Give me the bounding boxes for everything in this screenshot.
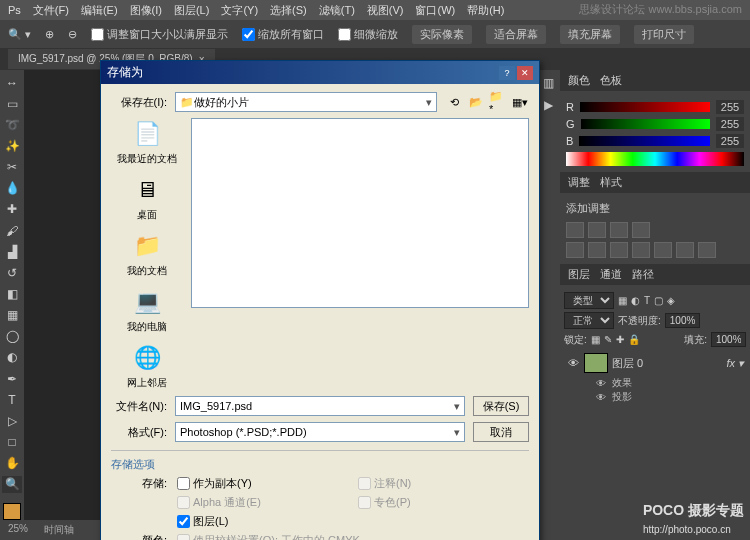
menu-filter[interactable]: 滤镜(T) xyxy=(319,3,355,18)
type-tool[interactable]: T xyxy=(2,391,22,408)
new-folder-icon[interactable]: 📁* xyxy=(489,93,507,111)
hand-tool[interactable]: ✋ xyxy=(2,455,22,472)
fx-badge[interactable]: fx ▾ xyxy=(726,357,744,370)
layer-filter-kind[interactable]: 类型 xyxy=(564,292,614,309)
tab-layers[interactable]: 图层 xyxy=(568,267,590,282)
history-icon[interactable]: ▥ xyxy=(538,74,558,92)
zoom-tool[interactable]: 🔍 xyxy=(2,476,22,493)
play-icon[interactable]: ▶ xyxy=(538,96,558,114)
filter-adjust-icon[interactable]: ◐ xyxy=(631,295,640,306)
pen-tool[interactable]: ✒ xyxy=(2,370,22,387)
menu-view[interactable]: 视图(V) xyxy=(367,3,404,18)
menu-window[interactable]: 窗口(W) xyxy=(415,3,455,18)
g-slider[interactable] xyxy=(581,119,710,129)
b-slider[interactable] xyxy=(579,136,710,146)
back-icon[interactable]: ⟲ xyxy=(445,93,463,111)
cancel-button[interactable]: 取消 xyxy=(473,422,529,442)
r-value[interactable]: 255 xyxy=(716,100,744,114)
g-value[interactable]: 255 xyxy=(716,117,744,131)
btn-actual-pixels[interactable]: 实际像素 xyxy=(412,25,472,44)
brush-tool[interactable]: 🖌 xyxy=(2,222,22,239)
place-recent[interactable]: 📄我最近的文档 xyxy=(111,118,183,166)
opt-zoom-all[interactable]: 缩放所有窗口 xyxy=(242,27,324,42)
tab-styles[interactable]: 样式 xyxy=(600,175,622,190)
dodge-tool[interactable]: ◐ xyxy=(2,349,22,366)
gradient-tool[interactable]: ▦ xyxy=(2,307,22,324)
r-slider[interactable] xyxy=(580,102,710,112)
lock-all-icon[interactable]: 🔒 xyxy=(628,334,640,345)
blend-mode-select[interactable]: 正常 xyxy=(564,312,614,329)
place-computer[interactable]: 💻我的电脑 xyxy=(111,286,183,334)
btn-fill-screen[interactable]: 填充屏幕 xyxy=(560,25,620,44)
opt-scrubby[interactable]: 细微缩放 xyxy=(338,27,398,42)
menu-type[interactable]: 文字(Y) xyxy=(221,3,258,18)
eyedropper-tool[interactable]: 💧 xyxy=(2,180,22,197)
opt-resize-window[interactable]: 调整窗口大小以满屏显示 xyxy=(91,27,228,42)
spectrum-bar[interactable] xyxy=(566,152,744,166)
adj-levels-icon[interactable] xyxy=(588,222,606,238)
marquee-tool[interactable]: ▭ xyxy=(2,95,22,112)
ck-as-copy[interactable]: 作为副本(Y) xyxy=(177,476,348,491)
btn-fit-screen[interactable]: 适合屏幕 xyxy=(486,25,546,44)
fill-input[interactable] xyxy=(711,332,746,347)
format-select[interactable]: Photoshop (*.PSD;*.PDD)▾ xyxy=(175,422,465,442)
dialog-titlebar[interactable]: 存储为 ? ✕ xyxy=(101,61,539,84)
menu-image[interactable]: 图像(I) xyxy=(130,3,162,18)
wand-tool[interactable]: ✨ xyxy=(2,137,22,154)
adj-bw-icon[interactable] xyxy=(632,242,650,258)
move-tool[interactable]: ↔ xyxy=(2,74,22,91)
shape-tool[interactable]: □ xyxy=(2,433,22,450)
layer-fx-row[interactable]: 👁效果 xyxy=(564,376,746,390)
filter-type-icon[interactable]: T xyxy=(644,295,650,306)
help-button[interactable]: ? xyxy=(499,66,515,80)
filename-input[interactable]: IMG_5917.psd▾ xyxy=(175,396,465,416)
menu-help[interactable]: 帮助(H) xyxy=(467,3,504,18)
crop-tool[interactable]: ✂ xyxy=(2,159,22,176)
b-value[interactable]: 255 xyxy=(716,134,744,148)
file-list[interactable] xyxy=(191,118,529,308)
up-icon[interactable]: 📂 xyxy=(467,93,485,111)
tab-channels[interactable]: 通道 xyxy=(600,267,622,282)
menu-select[interactable]: 选择(S) xyxy=(270,3,307,18)
btn-print-size[interactable]: 打印尺寸 xyxy=(634,25,694,44)
adj-brightness-icon[interactable] xyxy=(566,222,584,238)
ck-layers[interactable]: 图层(L) xyxy=(177,514,348,529)
zoom-level[interactable]: 25% xyxy=(8,523,28,537)
adj-mixer-icon[interactable] xyxy=(676,242,694,258)
adj-photo-filter-icon[interactable] xyxy=(654,242,672,258)
tab-paths[interactable]: 路径 xyxy=(632,267,654,282)
lock-position-icon[interactable]: ✚ xyxy=(616,334,624,345)
heal-tool[interactable]: ✚ xyxy=(2,201,22,218)
lock-paint-icon[interactable]: ✎ xyxy=(604,334,612,345)
close-button[interactable]: ✕ xyxy=(517,66,533,80)
visibility-icon[interactable]: 👁 xyxy=(566,357,580,369)
path-tool[interactable]: ▷ xyxy=(2,412,22,429)
place-network[interactable]: 🌐网上邻居 xyxy=(111,342,183,390)
menu-file[interactable]: 文件(F) xyxy=(33,3,69,18)
history-brush-tool[interactable]: ↺ xyxy=(2,264,22,281)
menu-layer[interactable]: 图层(L) xyxy=(174,3,209,18)
place-documents[interactable]: 📁我的文档 xyxy=(111,230,183,278)
eraser-tool[interactable]: ◧ xyxy=(2,285,22,302)
lock-transparent-icon[interactable]: ▦ xyxy=(591,334,600,345)
adj-lookup-icon[interactable] xyxy=(698,242,716,258)
filter-smart-icon[interactable]: ◈ xyxy=(667,295,675,306)
place-desktop[interactable]: 🖥桌面 xyxy=(111,174,183,222)
foreground-color-swatch[interactable] xyxy=(3,503,21,520)
adj-exposure-icon[interactable] xyxy=(632,222,650,238)
save-button[interactable]: 保存(S) xyxy=(473,396,529,416)
blur-tool[interactable]: ◯ xyxy=(2,328,22,345)
menu-edit[interactable]: 编辑(E) xyxy=(81,3,118,18)
filter-pixel-icon[interactable]: ▦ xyxy=(618,295,627,306)
stamp-tool[interactable]: ▟ xyxy=(2,243,22,260)
view-menu-icon[interactable]: ▦▾ xyxy=(511,93,529,111)
lasso-tool[interactable]: ➰ xyxy=(2,116,22,133)
tab-adjustments[interactable]: 调整 xyxy=(568,175,590,190)
filter-shape-icon[interactable]: ▢ xyxy=(654,295,663,306)
zoom-out-icon[interactable]: ⊖ xyxy=(68,28,77,41)
save-in-combo[interactable]: 📁 做好的小片 ▾ xyxy=(175,92,437,112)
layer-fx-row[interactable]: 👁投影 xyxy=(564,390,746,404)
adj-curves-icon[interactable] xyxy=(610,222,628,238)
tab-color[interactable]: 颜色 xyxy=(568,73,590,88)
zoom-in-icon[interactable]: ⊕ xyxy=(45,28,54,41)
